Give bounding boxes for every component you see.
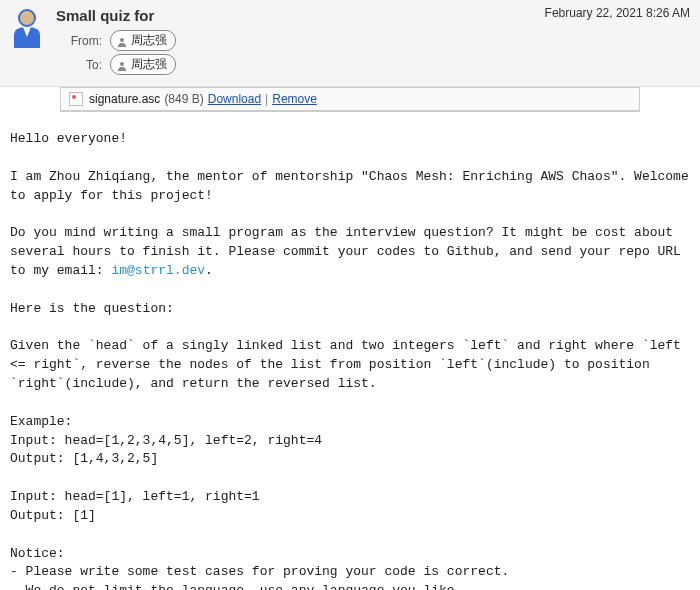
to-label: To: — [56, 58, 102, 72]
person-icon — [117, 36, 127, 46]
from-name: 周志强 — [131, 32, 167, 49]
body-p4: Here is the question: — [10, 301, 174, 316]
attachment-size: (849 B) — [164, 92, 203, 106]
attachment-area: signature.asc (849 B) Download | Remove — [60, 87, 640, 112]
avatar — [8, 7, 46, 49]
person-icon — [117, 60, 127, 70]
body-p6: Example: Input: head=[1,2,3,4,5], left=2… — [10, 414, 322, 467]
to-contact-pill[interactable]: 周志强 — [110, 54, 176, 75]
body-p1: Hello everyone! — [10, 131, 127, 146]
svg-point-0 — [19, 10, 35, 26]
from-label: From: — [56, 34, 102, 48]
attachment-filename: signature.asc — [89, 92, 160, 106]
body-p8: Notice: - Please write some test cases f… — [10, 546, 509, 590]
to-row: To: 周志强 — [56, 54, 692, 75]
body-p3b: . — [205, 263, 213, 278]
body-p5: Given the `head` of a singly linked list… — [10, 338, 689, 391]
body-p2: I am Zhou Zhiqiang, the mentor of mentor… — [10, 169, 697, 203]
svg-point-2 — [120, 62, 124, 66]
email-link[interactable]: im@strrl.dev — [111, 263, 205, 278]
attachment-remove-link[interactable]: Remove — [272, 92, 317, 106]
from-row: From: 周志强 — [56, 30, 692, 51]
email-body: Hello everyone! I am Zhou Zhiqiang, the … — [0, 116, 700, 590]
email-timestamp: February 22, 2021 8:26 AM — [545, 6, 690, 20]
attachment-download-link[interactable]: Download — [208, 92, 261, 106]
to-name: 周志强 — [131, 56, 167, 73]
svg-point-1 — [120, 38, 124, 42]
attachment-file-icon — [69, 92, 83, 106]
body-p7: Input: head=[1], left=1, right=1 Output:… — [10, 489, 260, 523]
attachment-row: signature.asc (849 B) Download | Remove — [61, 87, 639, 111]
email-header: Small quiz for From: 周志强 To: 周志强 Februar… — [0, 0, 700, 87]
separator: | — [265, 92, 268, 106]
from-contact-pill[interactable]: 周志强 — [110, 30, 176, 51]
